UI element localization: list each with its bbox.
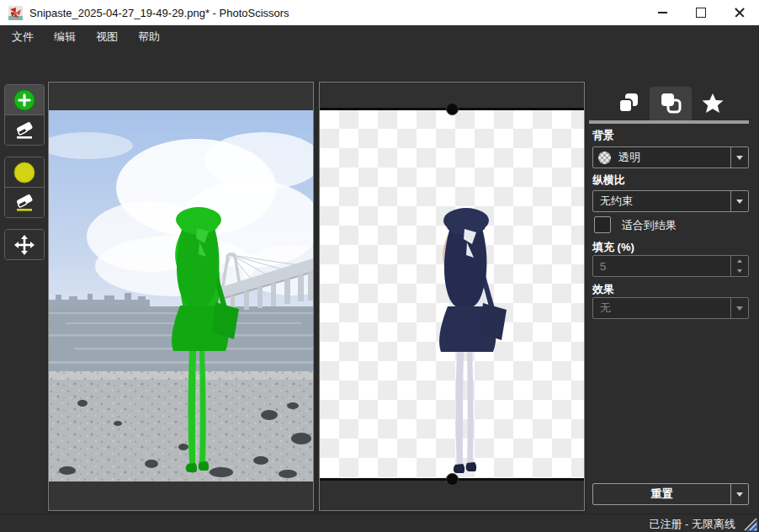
aspect-ratio-label: 纵横比 bbox=[592, 173, 625, 188]
result-panel bbox=[319, 82, 585, 511]
minimize-icon bbox=[658, 12, 667, 13]
background-eraser-button[interactable] bbox=[5, 187, 44, 217]
menu-file[interactable]: 文件 bbox=[3, 25, 42, 49]
aspect-ratio-select[interactable]: 无约束 bbox=[592, 190, 749, 212]
close-button[interactable] bbox=[720, 0, 759, 25]
background-eraser-icon bbox=[13, 191, 36, 215]
result-preview[interactable] bbox=[320, 109, 584, 480]
layers-outline-icon bbox=[658, 92, 683, 115]
move-tool-icon bbox=[13, 233, 36, 257]
license-status: 已注册 - 无限离线 bbox=[649, 517, 735, 532]
padding-up-button[interactable] bbox=[731, 256, 748, 266]
tab-separator bbox=[589, 120, 749, 124]
photoscissors-window: Snipaste_2025-04-27_19-49-29.png* - Phot… bbox=[0, 0, 759, 532]
title-bar: Snipaste_2025-04-27_19-49-29.png* - Phot… bbox=[0, 0, 759, 25]
padding-spinbox bbox=[592, 255, 749, 277]
tab-layers-filled[interactable] bbox=[608, 87, 650, 120]
window-title: Snipaste_2025-04-27_19-49-29.png* - Phot… bbox=[29, 7, 289, 19]
sidebar-tabs bbox=[608, 87, 734, 120]
menu-view[interactable]: 视图 bbox=[88, 25, 126, 49]
effect-label: 效果 bbox=[592, 282, 614, 297]
reset-button-arrow[interactable] bbox=[730, 484, 748, 504]
minimize-button[interactable] bbox=[643, 0, 682, 25]
canvas-area bbox=[46, 81, 586, 513]
padding-down-button[interactable] bbox=[731, 266, 748, 276]
background-select[interactable]: 透明 bbox=[592, 146, 749, 168]
background-value: 透明 bbox=[611, 150, 730, 165]
tool-column bbox=[0, 81, 46, 513]
foreground-marker-icon bbox=[13, 88, 36, 112]
reset-button-label: 重置 bbox=[593, 487, 730, 502]
background-select-arrow[interactable] bbox=[730, 147, 748, 168]
background-marker-button[interactable] bbox=[5, 157, 44, 187]
toolbar: 1:1 ? bbox=[0, 49, 759, 82]
menu-help[interactable]: 帮助 bbox=[130, 25, 168, 49]
padding-label: 填充 (%) bbox=[592, 240, 634, 255]
padding-input[interactable] bbox=[593, 256, 730, 276]
reset-button[interactable]: 重置 bbox=[592, 483, 749, 505]
close-icon bbox=[735, 8, 745, 18]
tab-favorites[interactable] bbox=[692, 87, 734, 120]
resize-grip[interactable] bbox=[742, 516, 757, 531]
foreground-marker-button[interactable] bbox=[5, 85, 44, 114]
background-label: 背景 bbox=[592, 128, 614, 143]
result-image bbox=[320, 109, 584, 480]
transparent-swatch-icon bbox=[598, 152, 611, 164]
foreground-eraser-icon bbox=[13, 119, 36, 142]
crop-handle-bottom[interactable] bbox=[446, 473, 459, 486]
status-bar: 已注册 - 无限离线 bbox=[0, 513, 759, 532]
star-icon bbox=[700, 92, 725, 115]
fit-to-result-label: 适合到结果 bbox=[622, 218, 677, 233]
settings-sidebar: 背景 透明 纵横比 无约束 适合到结果 填充 (%) 效果 无 重置 bbox=[586, 81, 759, 513]
crop-handle-top[interactable] bbox=[446, 103, 459, 115]
aspect-ratio-select-arrow[interactable] bbox=[730, 191, 748, 211]
menu-edit[interactable]: 编辑 bbox=[45, 25, 84, 49]
source-image-canvas[interactable] bbox=[49, 110, 313, 481]
effect-select-arrow bbox=[730, 298, 748, 318]
fit-to-result-checkbox[interactable] bbox=[594, 216, 611, 233]
foreground-eraser-button[interactable] bbox=[5, 114, 44, 145]
maximize-button[interactable] bbox=[682, 0, 720, 25]
app-icon bbox=[8, 6, 23, 20]
background-marker-icon bbox=[13, 161, 36, 184]
maximize-icon bbox=[696, 8, 706, 18]
menu-bar: 文件 编辑 视图 帮助 bbox=[0, 25, 759, 50]
move-tool-button[interactable] bbox=[5, 230, 44, 259]
effect-value: 无 bbox=[593, 301, 730, 316]
effect-select[interactable]: 无 bbox=[592, 297, 749, 319]
source-panel bbox=[48, 82, 314, 511]
layers-filled-icon bbox=[616, 92, 641, 115]
tab-layers-outline[interactable] bbox=[650, 87, 692, 120]
padding-steppers bbox=[730, 256, 748, 276]
aspect-ratio-value: 无约束 bbox=[593, 194, 730, 209]
